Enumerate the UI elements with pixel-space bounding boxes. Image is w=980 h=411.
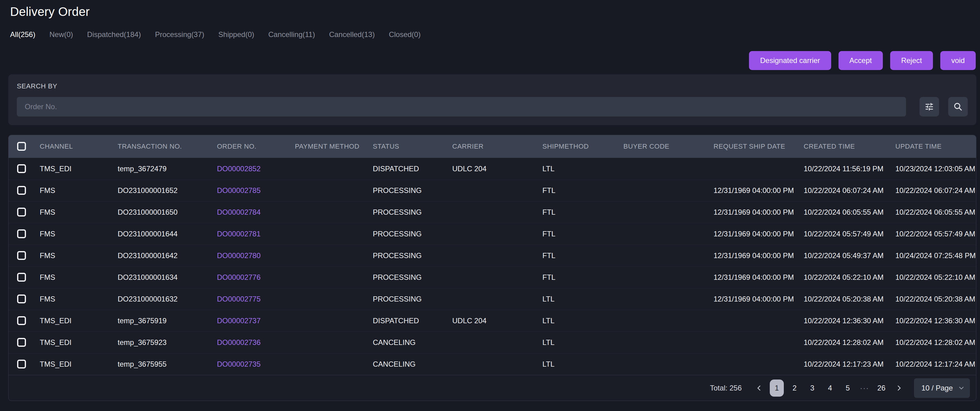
order-no-search-input[interactable]: [17, 97, 906, 116]
order-no-link[interactable]: DO00002785: [213, 180, 291, 201]
tab-cancelled[interactable]: Cancelled(13): [329, 30, 375, 39]
cell-shipmethod: FTL: [539, 223, 620, 245]
cell-shipmethod: LTL: [539, 353, 620, 375]
row-checkbox-cell: [8, 180, 36, 201]
row-checkbox-cell: [8, 245, 36, 266]
select-all-header-cell: [8, 135, 36, 158]
page-1[interactable]: 1: [770, 379, 784, 397]
previous-page-button[interactable]: [752, 379, 766, 397]
chevron-right-icon: [896, 385, 902, 392]
cell-request-ship-date: 12/31/1969 04:00:00 PM: [710, 288, 800, 310]
cell-shipmethod: LTL: [539, 288, 620, 310]
cell-status: PROCESSING: [369, 201, 449, 223]
filter-settings-button[interactable]: [920, 97, 939, 116]
cell-created-time: 10/22/2024 05:57:49 AM: [800, 223, 892, 245]
cell-payment-method: [291, 310, 369, 331]
cell-request-ship-date: 12/31/1969 04:00:00 PM: [710, 223, 800, 245]
next-page-button[interactable]: [892, 379, 906, 397]
table-body: TMS_EDItemp_3672479DO00002852DISPATCHEDU…: [8, 158, 976, 375]
table-row: FMSDO231000001650DO00002784PROCESSINGFTL…: [8, 201, 976, 223]
select-all-checkbox[interactable]: [17, 142, 26, 151]
page-4[interactable]: 4: [823, 379, 837, 397]
cell-request-ship-date: [710, 353, 800, 375]
column-header-carrier: CARRIER: [449, 135, 539, 158]
row-checkbox[interactable]: [17, 251, 26, 260]
page-5[interactable]: 5: [841, 379, 855, 397]
tab-processing[interactable]: Processing(37): [155, 30, 204, 39]
cell-request-ship-date: 12/31/1969 04:00:00 PM: [710, 245, 800, 266]
table-header: CHANNELTRANSACTION NO.ORDER NO.PAYMENT M…: [8, 135, 976, 158]
cell-update-time: 10/22/2024 05:22:10 AM: [892, 266, 976, 288]
cell-transaction-no: temp_3672479: [114, 158, 213, 180]
void-button[interactable]: void: [940, 51, 976, 70]
column-header-order-no: ORDER NO.: [213, 135, 291, 158]
row-checkbox[interactable]: [17, 273, 26, 282]
table-row: TMS_EDItemp_3675955DO00002735CANCELINGLT…: [8, 353, 976, 375]
cell-channel: FMS: [36, 245, 114, 266]
cell-channel: TMS_EDI: [36, 353, 114, 375]
orders-table-card: CHANNELTRANSACTION NO.ORDER NO.PAYMENT M…: [8, 135, 976, 401]
order-no-link[interactable]: DO00002775: [213, 288, 291, 310]
order-no-link[interactable]: DO00002781: [213, 223, 291, 245]
cell-buyer-code: [620, 353, 710, 375]
row-checkbox-cell: [8, 266, 36, 288]
orders-table: CHANNELTRANSACTION NO.ORDER NO.PAYMENT M…: [8, 135, 976, 375]
accept-button[interactable]: Accept: [838, 51, 883, 70]
designated-carrier-button[interactable]: Designated carrier: [749, 51, 831, 70]
cell-shipmethod: FTL: [539, 180, 620, 201]
pagination-ellipsis: ···: [858, 384, 870, 392]
order-no-link[interactable]: DO00002737: [213, 310, 291, 331]
cell-shipmethod: FTL: [539, 266, 620, 288]
cell-channel: FMS: [36, 288, 114, 310]
order-no-link[interactable]: DO00002784: [213, 201, 291, 223]
row-checkbox[interactable]: [17, 338, 26, 347]
cell-channel: TMS_EDI: [36, 310, 114, 331]
tab-shipped[interactable]: Shipped(0): [218, 30, 254, 39]
table-row: FMSDO231000001642DO00002780PROCESSINGFTL…: [8, 245, 976, 266]
row-checkbox[interactable]: [17, 164, 26, 173]
order-no-link[interactable]: DO00002736: [213, 331, 291, 353]
cell-channel: FMS: [36, 201, 114, 223]
tab-dispatched[interactable]: Dispatched(184): [87, 30, 141, 39]
column-header-channel: CHANNEL: [36, 135, 114, 158]
cell-created-time: 10/22/2024 06:05:55 AM: [800, 201, 892, 223]
row-checkbox[interactable]: [17, 186, 26, 195]
cell-buyer-code: [620, 245, 710, 266]
cell-created-time: 10/22/2024 05:49:37 AM: [800, 245, 892, 266]
order-no-link[interactable]: DO00002776: [213, 266, 291, 288]
cell-update-time: 10/22/2024 06:07:24 AM: [892, 180, 976, 201]
cell-carrier: [449, 180, 539, 201]
row-checkbox-cell: [8, 288, 36, 310]
tab-new[interactable]: New(0): [49, 30, 73, 39]
cell-buyer-code: [620, 266, 710, 288]
tab-closed[interactable]: Closed(0): [389, 30, 420, 39]
tab-cancelling[interactable]: Cancelling(11): [268, 30, 315, 39]
row-checkbox[interactable]: [17, 295, 26, 303]
cell-buyer-code: [620, 201, 710, 223]
row-checkbox[interactable]: [17, 316, 26, 325]
row-checkbox[interactable]: [17, 229, 26, 238]
page-3[interactable]: 3: [805, 379, 819, 397]
cell-channel: FMS: [36, 180, 114, 201]
cell-payment-method: [291, 201, 369, 223]
order-no-link[interactable]: DO00002735: [213, 353, 291, 375]
cell-created-time: 10/22/2024 06:07:24 AM: [800, 180, 892, 201]
order-no-link[interactable]: DO00002852: [213, 158, 291, 180]
tab-all[interactable]: All(256): [10, 30, 35, 39]
search-button[interactable]: [948, 97, 968, 116]
page-2[interactable]: 2: [788, 379, 802, 397]
cell-request-ship-date: [710, 310, 800, 331]
cell-payment-method: [291, 288, 369, 310]
search-by-label: SEARCH BY: [17, 82, 968, 90]
row-checkbox-cell: [8, 158, 36, 180]
page-size-select[interactable]: 10 / Page: [914, 378, 970, 398]
page-26[interactable]: 26: [874, 379, 888, 397]
order-no-link[interactable]: DO00002780: [213, 245, 291, 266]
row-checkbox[interactable]: [17, 208, 26, 217]
row-checkbox[interactable]: [17, 360, 26, 368]
reject-button[interactable]: Reject: [890, 51, 933, 70]
cell-status: PROCESSING: [369, 288, 449, 310]
cell-status: CANCELING: [369, 353, 449, 375]
cell-status: PROCESSING: [369, 266, 449, 288]
row-checkbox-cell: [8, 223, 36, 245]
